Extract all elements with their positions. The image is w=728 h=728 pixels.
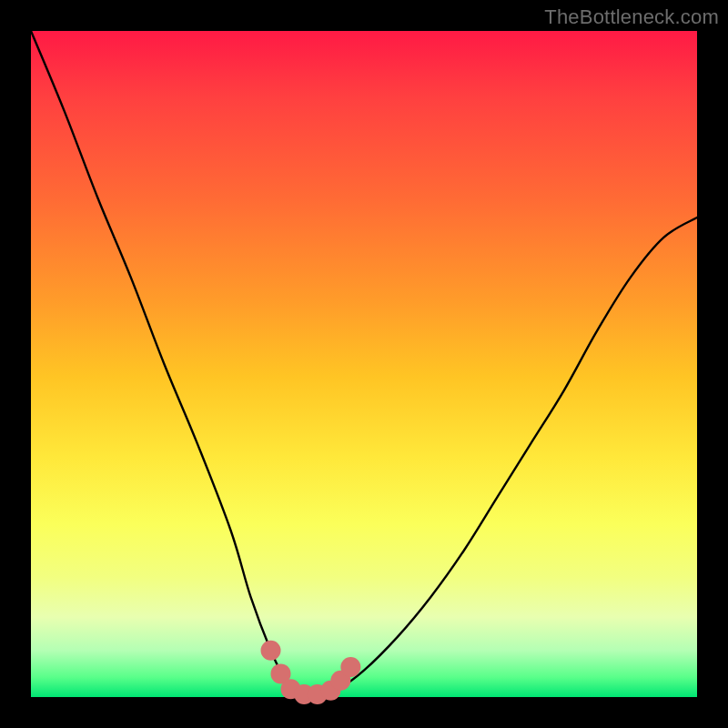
plot-area bbox=[31, 31, 697, 697]
chart-frame: TheBottleneck.com bbox=[0, 0, 728, 728]
curve-markers bbox=[261, 641, 361, 704]
curve-marker bbox=[340, 657, 360, 677]
curve-svg bbox=[31, 31, 697, 697]
watermark-text: TheBottleneck.com bbox=[544, 5, 719, 29]
bottleneck-curve bbox=[31, 31, 697, 698]
curve-marker bbox=[261, 641, 281, 661]
